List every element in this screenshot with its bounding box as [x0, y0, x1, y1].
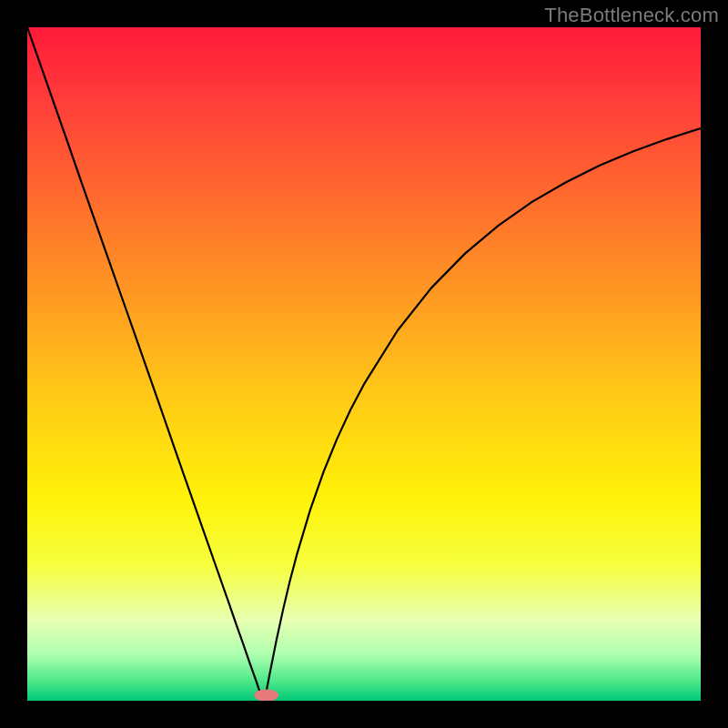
attribution-text: TheBottleneck.com: [544, 4, 719, 27]
plot-area: [27, 27, 701, 701]
chart-frame: TheBottleneck.com: [0, 0, 728, 728]
gradient-background: [27, 27, 701, 701]
bottleneck-chart: [27, 27, 701, 701]
